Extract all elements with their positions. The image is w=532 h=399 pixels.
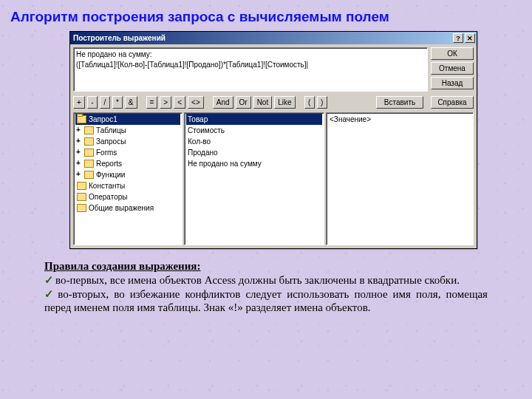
expression-editor[interactable]: Не продано на сумму: ([Таблица1]![Кол-во…: [73, 47, 428, 92]
op-lt[interactable]: <: [174, 96, 185, 109]
check-icon: ✓: [44, 274, 54, 286]
folder-icon: [84, 126, 94, 134]
folder-icon: [84, 149, 94, 157]
help-button[interactable]: Справка: [431, 96, 474, 109]
insert-button[interactable]: Вставить: [376, 96, 423, 109]
op-rparen[interactable]: ): [317, 96, 327, 109]
folder-icon: [84, 160, 94, 168]
field-list[interactable]: Товар Стоимость Кол-во Продано Не продан…: [184, 112, 324, 245]
expression-builder-window: Построитель выражений ? ✕ Не продано на …: [69, 31, 477, 249]
op-minus[interactable]: -: [87, 96, 98, 109]
expand-icon[interactable]: [77, 138, 83, 145]
expand-icon[interactable]: [77, 171, 83, 178]
tree-item-queries[interactable]: Запросы: [75, 136, 180, 147]
op-or[interactable]: Or: [236, 96, 251, 109]
object-tree[interactable]: Запрос1 Таблицы Запросы Forms: [73, 112, 183, 245]
tree-item-forms[interactable]: Forms: [75, 147, 180, 158]
window-title: Построитель выражений: [73, 34, 166, 42]
tree-item-functions[interactable]: Функции: [75, 169, 180, 180]
check-icon: ✓: [44, 288, 56, 300]
page-title: Алгоритм построения запроса с вычисляемы…: [10, 9, 522, 25]
folder-icon: [77, 204, 86, 212]
tree-item-query1[interactable]: Запрос1: [75, 114, 180, 125]
expand-icon[interactable]: [77, 149, 83, 156]
value-placeholder[interactable]: <Значение>: [328, 114, 471, 125]
op-lparen[interactable]: (: [304, 96, 315, 109]
field-item[interactable]: Продано: [186, 147, 322, 158]
field-item[interactable]: Кол-во: [186, 136, 322, 147]
tree-item-common-exprs[interactable]: Общие выражения: [75, 202, 180, 214]
field-item[interactable]: Не продано на сумму: [186, 158, 322, 169]
help-icon[interactable]: ?: [453, 33, 463, 43]
undo-button[interactable]: Назад: [431, 77, 474, 89]
tree-item-tables[interactable]: Таблицы: [75, 125, 180, 136]
folder-icon: [84, 137, 94, 146]
close-icon[interactable]: ✕: [465, 33, 475, 43]
op-amp[interactable]: &: [125, 96, 137, 109]
op-mul[interactable]: *: [112, 96, 123, 109]
field-item[interactable]: Стоимость: [186, 125, 322, 136]
operator-toolbar: + - / * & = > < <> And Or Not Like ( ) В…: [73, 95, 474, 109]
rules-item-1: во-первых, все имена объектов Access дол…: [55, 274, 460, 286]
folder-icon: [77, 182, 86, 190]
titlebar: Построитель выражений ? ✕: [70, 32, 477, 44]
expand-icon[interactable]: [77, 160, 83, 167]
op-div[interactable]: /: [100, 96, 110, 109]
op-eq[interactable]: =: [146, 96, 158, 109]
op-plus[interactable]: +: [73, 96, 85, 109]
rules-text: Правила создания выражения: ✓во-первых, …: [44, 259, 488, 315]
expr-line-1: Не продано на сумму:: [76, 50, 425, 60]
cancel-button[interactable]: Отмена: [431, 62, 474, 75]
expand-icon[interactable]: [77, 127, 83, 134]
tree-item-constants[interactable]: Константы: [75, 180, 180, 191]
op-ne[interactable]: <>: [188, 96, 204, 109]
op-not[interactable]: Not: [253, 96, 273, 109]
rules-item-2: во-вторых, во избежание конфликтов следу…: [44, 288, 488, 314]
folder-icon: [77, 193, 86, 201]
folder-icon: [84, 171, 94, 179]
ok-button[interactable]: ОК: [431, 47, 474, 60]
tree-item-reports[interactable]: Reports: [75, 158, 180, 169]
op-and[interactable]: And: [213, 96, 233, 109]
op-gt[interactable]: >: [160, 96, 171, 109]
field-item[interactable]: Товар: [186, 114, 322, 125]
rules-heading: Правила создания выражения:: [44, 260, 200, 272]
op-like[interactable]: Like: [274, 96, 295, 109]
tree-item-operators[interactable]: Операторы: [75, 191, 180, 202]
value-list[interactable]: <Значение>: [326, 112, 474, 245]
folder-open-icon: [77, 115, 86, 123]
expr-line-2: ([Таблица1]![Кол-во]-[Таблица1]![Продано…: [76, 60, 425, 70]
